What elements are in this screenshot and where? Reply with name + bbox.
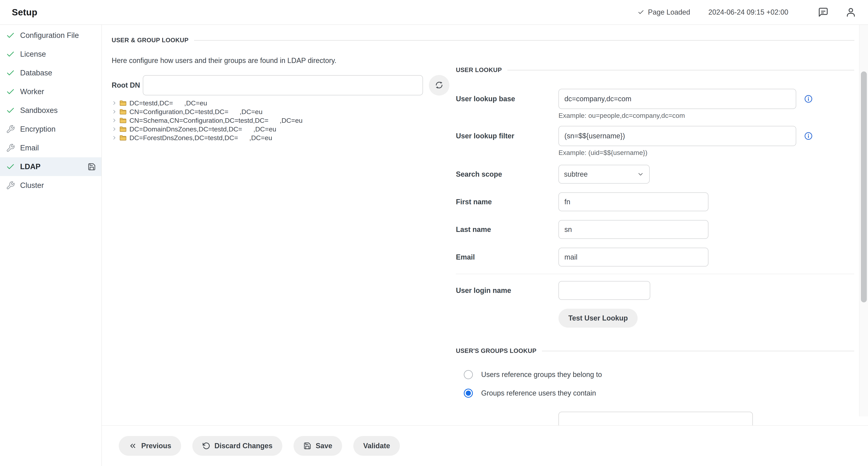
- section-title: USER LOOKUP: [456, 66, 502, 74]
- user-lookup-base-input[interactable]: [558, 89, 796, 109]
- folder-icon: [119, 116, 127, 124]
- previous-button[interactable]: Previous: [119, 436, 181, 456]
- sidebar-item-ldap[interactable]: LDAP: [0, 157, 101, 176]
- folder-icon: [119, 125, 127, 133]
- sidebar-item-cluster[interactable]: Cluster: [0, 176, 101, 195]
- expand-chevron-icon[interactable]: [112, 109, 117, 114]
- refresh-icon: [434, 80, 444, 91]
- radio-option-groups-reference-users: Groups reference users they contain: [456, 388, 854, 398]
- user-lookup-filter-example: Example: (uid=$${username}): [558, 149, 796, 157]
- save-button[interactable]: Save: [293, 436, 342, 456]
- check-icon: [6, 50, 15, 59]
- user-lookup-base-label: User lookup base: [456, 95, 558, 103]
- tree-node[interactable]: DC=DomainDnsZones,DC=testd,DC= ,DC=eu: [112, 125, 451, 134]
- sidebar-item-label: Email: [20, 144, 39, 152]
- validate-label: Validate: [363, 442, 390, 450]
- sidebar-item-label: Configuration File: [20, 31, 79, 40]
- page-title: Setup: [12, 7, 37, 18]
- radio-label: Users reference groups they belong to: [481, 371, 602, 379]
- expand-chevron-icon[interactable]: [112, 100, 117, 106]
- check-icon: [6, 31, 15, 40]
- info-icon[interactable]: [804, 132, 813, 140]
- last-name-label: Last name: [456, 225, 558, 234]
- folder-icon: [119, 108, 127, 116]
- radio-dot: [466, 390, 471, 396]
- validate-button[interactable]: Validate: [353, 436, 400, 456]
- sidebar-item-label: Database: [20, 69, 52, 77]
- action-bar: Previous Discard Changes Save Validate: [102, 425, 868, 466]
- user-lookup-filter-input[interactable]: [558, 126, 796, 146]
- status-label: Page Loaded: [648, 8, 690, 17]
- group-lookup-base-input-clipped[interactable]: [558, 412, 753, 425]
- wrench-icon: [6, 144, 15, 152]
- info-icon[interactable]: [804, 94, 813, 103]
- expand-chevron-icon[interactable]: [112, 135, 117, 140]
- sidebar-item-configuration-file[interactable]: Configuration File: [0, 26, 101, 45]
- feedback-icon[interactable]: [818, 7, 829, 18]
- sidebar-item-encryption[interactable]: Encryption: [0, 120, 101, 139]
- section-divider: [507, 70, 854, 70]
- section-divider: [542, 351, 854, 351]
- search-scope-select[interactable]: subtree: [558, 165, 650, 183]
- scroll-viewport: USER & GROUP LOOKUP Here configure how u…: [102, 25, 859, 425]
- unsaved-changes-icon: [88, 163, 96, 171]
- first-name-input[interactable]: [558, 193, 708, 211]
- test-user-lookup-label: Test User Lookup: [568, 314, 628, 322]
- sidebar-item-sandboxes[interactable]: Sandboxes: [0, 101, 101, 120]
- discard-changes-label: Discard Changes: [214, 442, 273, 450]
- user-lookup-filter-row: User lookup filter Example: (uid=$${user…: [456, 126, 854, 157]
- sidebar-item-database[interactable]: Database: [0, 63, 101, 82]
- discard-changes-button[interactable]: Discard Changes: [192, 436, 282, 456]
- ldap-settings-content: USER & GROUP LOOKUP Here configure how u…: [102, 25, 868, 466]
- check-icon: [6, 162, 15, 171]
- radio-button[interactable]: [464, 370, 473, 379]
- vertical-scrollbar[interactable]: [859, 25, 868, 416]
- tree-node-label: CN=Configuration,DC=testd,DC= ,DC=eu: [129, 108, 262, 116]
- user-lookup-filter-label: User lookup filter: [456, 132, 558, 140]
- top-bar: Setup Page Loaded 2024-06-24 09:15 +02:0…: [0, 0, 868, 25]
- user-lookup-base-row: User lookup base Example: ou=people,dc=c…: [456, 89, 854, 120]
- refresh-button[interactable]: [429, 75, 450, 95]
- tree-node-label: CN=Schema,CN=Configuration,DC=testd,DC= …: [129, 117, 303, 124]
- user-account-icon[interactable]: [845, 7, 856, 18]
- wrench-icon: [6, 125, 15, 134]
- sidebar-item-label: Sandboxes: [20, 106, 58, 115]
- section-title: USER & GROUP LOOKUP: [112, 37, 189, 44]
- root-dn-input[interactable]: [143, 75, 423, 95]
- sidebar-item-worker[interactable]: Worker: [0, 82, 101, 101]
- email-row: Email: [456, 248, 854, 266]
- folder-icon: [119, 134, 127, 142]
- root-dn-label: Root DN: [112, 81, 143, 89]
- tree-node-label: DC=testd,DC= ,DC=eu: [129, 99, 207, 107]
- last-name-input[interactable]: [558, 220, 708, 239]
- tree-node[interactable]: CN=Schema,CN=Configuration,DC=testd,DC= …: [112, 116, 451, 125]
- search-scope-row: Search scope subtree: [456, 165, 854, 183]
- test-user-lookup-button[interactable]: Test User Lookup: [558, 309, 638, 328]
- radio-button-selected[interactable]: [464, 389, 473, 398]
- tree-node-label: DC=DomainDnsZones,DC=testd,DC= ,DC=eu: [129, 125, 276, 133]
- check-icon: [6, 87, 15, 96]
- sidebar-item-license[interactable]: License: [0, 45, 101, 63]
- check-icon: [6, 68, 15, 78]
- sidebar-item-label: License: [20, 50, 46, 58]
- search-scope-value: subtree: [564, 170, 588, 178]
- user-login-name-input[interactable]: [558, 281, 650, 300]
- previous-label: Previous: [141, 442, 171, 450]
- expand-chevron-icon[interactable]: [112, 118, 117, 123]
- folder-icon: [119, 99, 127, 107]
- email-attribute-input[interactable]: [558, 248, 708, 266]
- user-lookup-section-header: USER LOOKUP: [456, 66, 854, 74]
- expand-chevron-icon[interactable]: [112, 126, 117, 132]
- scrollbar-thumb[interactable]: [861, 71, 867, 302]
- tree-node[interactable]: CN=Configuration,DC=testd,DC= ,DC=eu: [112, 107, 451, 116]
- email-label: Email: [456, 253, 558, 261]
- radio-label: Groups reference users they contain: [481, 389, 596, 397]
- tree-node[interactable]: DC=ForestDnsZones,DC=testd,DC= ,DC=eu: [112, 134, 451, 142]
- sidebar-item-email[interactable]: Email: [0, 139, 101, 157]
- chevron-down-icon: [637, 171, 644, 178]
- tree-node[interactable]: DC=testd,DC= ,DC=eu: [112, 99, 451, 107]
- last-name-row: Last name: [456, 220, 854, 239]
- panel-divider: [456, 274, 854, 274]
- sidebar-item-label: LDAP: [20, 163, 40, 171]
- root-dn-row: Root DN: [112, 75, 451, 95]
